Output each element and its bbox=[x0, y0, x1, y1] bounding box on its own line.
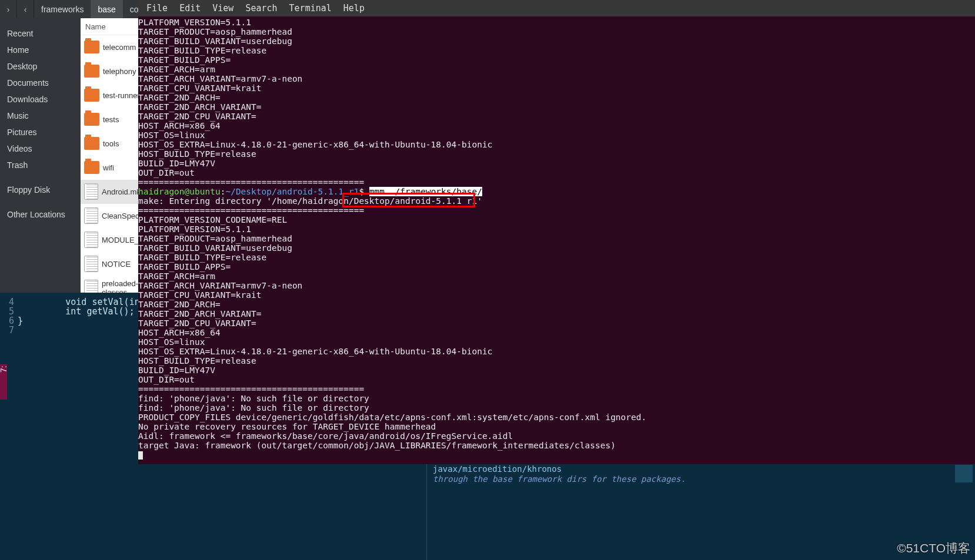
terminal-line: HOST_OS=linux bbox=[138, 130, 975, 140]
menu-help[interactable]: Help bbox=[338, 4, 370, 13]
terminal-line: TARGET_2ND_ARCH_VARIANT= bbox=[138, 309, 975, 318]
sidebar-item-home[interactable]: Home bbox=[0, 42, 81, 58]
terminal-line: HOST_OS_EXTRA=Linux-4.18.0-21-generic-x8… bbox=[138, 140, 975, 149]
folder-icon bbox=[84, 65, 99, 78]
menu-file[interactable]: File bbox=[141, 4, 173, 13]
editor-code[interactable]: void setVal(int val); int getVal();} bbox=[18, 297, 138, 326]
terminal-line: BUILD_ID=LMY47V bbox=[138, 365, 975, 375]
file-name-label: Android.mk bbox=[102, 187, 141, 196]
secondary-editor-right[interactable]: javax/microedition/khronosthrough the ba… bbox=[427, 464, 975, 560]
code-line: int getVal(); bbox=[18, 307, 138, 316]
watermark: ©51CTO博客 bbox=[897, 540, 970, 556]
terminal-line: TARGET_2ND_ARCH_VARIANT= bbox=[138, 102, 975, 112]
terminal-line: TARGET_BUILD_APPS= bbox=[138, 262, 975, 271]
sidebar-item-videos[interactable]: Videos bbox=[0, 140, 81, 157]
sidebar-item-downloads[interactable]: Downloads bbox=[0, 91, 81, 108]
terminal-line: find: 'phone/java': No such file or dire… bbox=[138, 394, 975, 403]
terminal-line: ========================================… bbox=[138, 384, 975, 394]
terminal-line: TARGET_PRODUCT=aosp_hammerhead bbox=[138, 234, 975, 243]
terminal-line: make: Entering directory '/home/haidrago… bbox=[138, 196, 975, 206]
terminal-menubar: File Edit View Search Terminal Help bbox=[138, 0, 975, 16]
terminal-line: HOST_ARCH=x86_64 bbox=[138, 328, 975, 337]
terminal-line: PLATFORM_VERSION=5.1.1 bbox=[138, 18, 975, 27]
secondary-editor[interactable]: javax/microedition/khronosthrough the ba… bbox=[138, 464, 975, 560]
nav-back-button[interactable]: ‹ bbox=[17, 0, 34, 18]
menu-view[interactable]: View bbox=[206, 4, 239, 13]
menu-edit[interactable]: Edit bbox=[173, 4, 206, 13]
sidebar-item-pictures[interactable]: Pictures bbox=[0, 124, 81, 140]
terminal-line: TARGET_BUILD_APPS= bbox=[138, 55, 975, 65]
file-name-label: telephony bbox=[103, 67, 136, 76]
terminal-line: ========================================… bbox=[138, 206, 975, 215]
sidebar-item-trash[interactable]: Trash bbox=[0, 157, 81, 173]
sidebar-item-floppy[interactable]: Floppy Disk bbox=[0, 182, 81, 198]
terminal-line: HOST_BUILD_TYPE=release bbox=[138, 149, 975, 159]
file-name-label: NOTICE bbox=[102, 260, 131, 269]
terminal-line: HOST_BUILD_TYPE=release bbox=[138, 356, 975, 365]
sidebar-item-music[interactable]: Music bbox=[0, 108, 81, 124]
terminal-line: TARGET_ARCH_VARIANT=armv7-a-neon bbox=[138, 281, 975, 290]
scrollbar-thumb[interactable] bbox=[954, 464, 973, 483]
terminal-line: Aidl: framework <= frameworks/base/core/… bbox=[138, 431, 975, 441]
file-manager-toolbar: › ‹ frameworks base core bbox=[0, 0, 153, 18]
file-name-label: tools bbox=[103, 139, 119, 148]
terminal-line: TARGET_BUILD_TYPE=release bbox=[138, 253, 975, 262]
file-icon bbox=[84, 232, 98, 248]
terminal-prompt-line: haidragon@ubuntu:~/Desktop/android-5.1.1… bbox=[138, 187, 975, 196]
file-manager-sidebar: Recent Home Desktop Documents Downloads … bbox=[0, 18, 81, 300]
file-icon bbox=[84, 207, 98, 224]
nav-forward-button[interactable]: › bbox=[0, 0, 17, 18]
terminal-line: OUT_DIR=out bbox=[138, 168, 975, 177]
breadcrumb[interactable]: base bbox=[91, 0, 122, 18]
terminal-line: ========================================… bbox=[138, 177, 975, 187]
menu-search[interactable]: Search bbox=[239, 4, 283, 13]
terminal-line: TARGET_BUILD_VARIANT=userdebug bbox=[138, 36, 975, 46]
file-name-label: wifi bbox=[103, 163, 114, 172]
terminal-line: TARGET_ARCH=arm bbox=[138, 271, 975, 281]
terminal-cursor-line bbox=[138, 450, 975, 460]
line-number: 6 bbox=[0, 316, 18, 326]
terminal-line: TARGET_BUILD_TYPE=release bbox=[138, 46, 975, 55]
terminal-line: HOST_OS=linux bbox=[138, 337, 975, 347]
code-line: javax/microedition/khronos bbox=[433, 464, 969, 474]
file-icon bbox=[84, 183, 98, 200]
terminal-line: TARGET_CPU_VARIANT=krait bbox=[138, 83, 975, 93]
terminal-line: TARGET_ARCH=arm bbox=[138, 65, 975, 74]
line-number: 5 bbox=[0, 307, 18, 316]
sidebar-item-recent[interactable]: Recent bbox=[0, 25, 81, 42]
terminal-line: TARGET_2ND_ARCH= bbox=[138, 93, 975, 102]
terminal-line: OUT_DIR=out bbox=[138, 375, 975, 384]
terminal-line: HOST_ARCH=x86_64 bbox=[138, 121, 975, 130]
sidebar-item-desktop[interactable]: Desktop bbox=[0, 58, 81, 75]
folder-icon bbox=[84, 113, 99, 126]
cursor-icon bbox=[138, 451, 143, 460]
file-icon bbox=[84, 256, 98, 272]
terminal-line: TARGET_BUILD_VARIANT=userdebug bbox=[138, 243, 975, 253]
terminal-line: target Java: framework (out/target/commo… bbox=[138, 441, 975, 450]
terminal-window[interactable]: File Edit View Search Terminal Help PLAT… bbox=[138, 0, 975, 464]
folder-icon bbox=[84, 161, 99, 174]
secondary-editor-left[interactable] bbox=[138, 464, 427, 560]
terminal-command-selection: mmm ./frameworks/base/ bbox=[369, 187, 482, 196]
sidebar-item-documents[interactable]: Documents bbox=[0, 75, 81, 91]
terminal-line: TARGET_2ND_CPU_VARIANT= bbox=[138, 112, 975, 121]
file-name-label: tests bbox=[103, 115, 119, 124]
line-number: 4 bbox=[0, 297, 18, 307]
menu-terminal[interactable]: Terminal bbox=[283, 4, 338, 13]
breadcrumb[interactable]: frameworks bbox=[34, 0, 91, 18]
terminal-line: No private recovery resources for TARGET… bbox=[138, 422, 975, 431]
terminal-line: BUILD_ID=LMY47V bbox=[138, 159, 975, 168]
terminal-body[interactable]: PLATFORM_VERSION=5.1.1TARGET_PRODUCT=aos… bbox=[138, 16, 975, 460]
file-name-label: telecomm bbox=[103, 43, 136, 52]
code-line: through the base framework dirs for thes… bbox=[433, 474, 969, 484]
folder-icon bbox=[84, 89, 99, 102]
terminal-line: PRODUCT_COPY_FILES device/generic/goldfi… bbox=[138, 413, 975, 422]
file-name-label: test-runner bbox=[103, 91, 140, 100]
code-line: void setVal(int val); bbox=[18, 297, 138, 307]
terminal-line: TARGET_2ND_ARCH= bbox=[138, 300, 975, 309]
sidebar-item-other-locations[interactable]: Other Locations bbox=[0, 206, 81, 223]
terminal-line: TARGET_PRODUCT=aosp_hammerhead bbox=[138, 27, 975, 36]
editor-pane[interactable]: 4567 void setVal(int val); int getVal();… bbox=[0, 293, 138, 560]
terminal-line: HOST_OS_EXTRA=Linux-4.18.0-21-generic-x8… bbox=[138, 347, 975, 356]
terminal-line: PLATFORM_VERSION=5.1.1 bbox=[138, 224, 975, 234]
